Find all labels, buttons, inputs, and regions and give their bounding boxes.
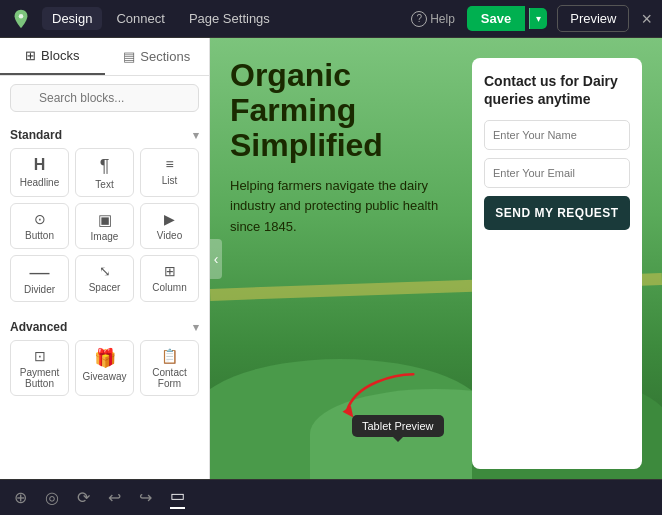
hero-title: Organic Farming Simplified — [230, 58, 452, 164]
advanced-section-header: Advanced ▾ — [10, 312, 199, 340]
save-button[interactable]: Save — [467, 6, 525, 31]
nav-tab-page-settings[interactable]: Page Settings — [179, 7, 280, 30]
form-email-input[interactable] — [484, 158, 630, 188]
svg-point-0 — [19, 13, 24, 18]
block-divider-label: Divider — [24, 284, 55, 295]
block-headline[interactable]: H Headline — [10, 148, 69, 197]
block-divider[interactable]: — Divider — [10, 255, 69, 302]
advanced-label: Advanced — [10, 320, 67, 334]
standard-chevron-icon[interactable]: ▾ — [193, 129, 199, 142]
block-list[interactable]: ≡ List — [140, 148, 199, 197]
headline-icon: H — [34, 157, 46, 173]
video-icon: ▶ — [164, 212, 175, 226]
top-nav: Design Connect Page Settings Help Save ▾… — [0, 0, 662, 38]
preview-button[interactable]: Preview — [557, 5, 629, 32]
tab-sections-label: Sections — [140, 49, 190, 64]
standard-label: Standard — [10, 128, 62, 142]
column-icon: ⊞ — [164, 264, 176, 278]
blocks-icon: ⊞ — [25, 48, 36, 63]
mobile-icon[interactable]: ◎ — [45, 488, 59, 507]
block-payment-label: Payment Button — [15, 367, 64, 389]
block-contact-form-label: Contact Form — [145, 367, 194, 389]
tab-sections[interactable]: ▤ Sections — [105, 38, 210, 75]
block-column[interactable]: ⊞ Column — [140, 255, 199, 302]
block-button-label: Button — [25, 230, 54, 241]
block-image-label: Image — [91, 231, 119, 242]
tab-blocks-label: Blocks — [41, 48, 79, 63]
save-dropdown-button[interactable]: ▾ — [529, 8, 547, 29]
giveaway-icon: 🎁 — [94, 349, 116, 367]
left-panel: ⊞ Blocks ▤ Sections 🔍 Standard ▾ H — [0, 38, 210, 479]
list-icon: ≡ — [165, 157, 173, 171]
canvas-collapse-handle[interactable] — [210, 239, 222, 279]
spacer-icon: ⤡ — [99, 264, 111, 278]
help-button[interactable]: Help — [411, 11, 455, 27]
block-button[interactable]: ⊙ Button — [10, 203, 69, 249]
block-video-label: Video — [157, 230, 182, 241]
layers-icon[interactable]: ⊕ — [14, 488, 27, 507]
standard-section-header: Standard ▾ — [10, 120, 199, 148]
block-spacer[interactable]: ⤡ Spacer — [75, 255, 134, 302]
block-column-label: Column — [152, 282, 186, 293]
nav-tab-connect[interactable]: Connect — [106, 7, 174, 30]
hero-subtitle: Helping farmers navigate the dairy indus… — [230, 176, 452, 238]
tablet-preview-tooltip: Tablet Preview — [352, 415, 444, 437]
bottom-bar: ⊕ ◎ ⟳ ↩ ↪ ▭ — [0, 479, 662, 515]
standard-blocks-grid: H Headline ¶ Text ≡ List ⊙ Button ▣ Im — [10, 148, 199, 302]
block-list-label: List — [162, 175, 178, 186]
block-payment[interactable]: ⊡ Payment Button — [10, 340, 69, 396]
block-text-label: Text — [95, 179, 113, 190]
canvas-area[interactable]: Organic Farming Simplified Helping farme… — [210, 38, 662, 479]
tab-blocks[interactable]: ⊞ Blocks — [0, 38, 105, 75]
search-input[interactable] — [10, 84, 199, 112]
divider-icon: — — [30, 264, 50, 280]
panel-tabs: ⊞ Blocks ▤ Sections — [0, 38, 209, 76]
block-image[interactable]: ▣ Image — [75, 203, 134, 249]
history-icon[interactable]: ⟳ — [77, 488, 90, 507]
form-submit-button[interactable]: SEND MY REQUEST — [484, 196, 630, 230]
button-icon: ⊙ — [34, 212, 46, 226]
sections-icon: ▤ — [123, 49, 135, 64]
contact-form-icon: 📋 — [161, 349, 178, 363]
canvas-content: Organic Farming Simplified Helping farme… — [210, 38, 662, 479]
block-giveaway-label: Giveaway — [83, 371, 127, 382]
nav-tab-design[interactable]: Design — [42, 7, 102, 30]
form-card-title: Contact us for Dairy queries anytime — [484, 72, 630, 108]
block-contact-form[interactable]: 📋 Contact Form — [140, 340, 199, 396]
advanced-blocks-grid: ⊡ Payment Button 🎁 Giveaway 📋 Contact Fo… — [10, 340, 199, 396]
payment-icon: ⊡ — [34, 349, 46, 363]
form-name-input[interactable] — [484, 120, 630, 150]
form-card: Contact us for Dairy queries anytime SEN… — [472, 58, 642, 469]
blocks-section: Standard ▾ H Headline ¶ Text ≡ List ⊙ — [0, 120, 209, 479]
block-text[interactable]: ¶ Text — [75, 148, 134, 197]
text-icon: ¶ — [100, 157, 110, 175]
image-icon: ▣ — [98, 212, 112, 227]
block-giveaway[interactable]: 🎁 Giveaway — [75, 340, 134, 396]
block-spacer-label: Spacer — [89, 282, 121, 293]
logo — [10, 8, 32, 30]
redo-icon[interactable]: ↪ — [139, 488, 152, 507]
advanced-chevron-icon[interactable]: ▾ — [193, 321, 199, 334]
search-box: 🔍 — [0, 76, 209, 120]
main-area: ⊞ Blocks ▤ Sections 🔍 Standard ▾ H — [0, 38, 662, 479]
undo-icon[interactable]: ↩ — [108, 488, 121, 507]
close-button[interactable]: × — [641, 10, 652, 28]
block-video[interactable]: ▶ Video — [140, 203, 199, 249]
block-headline-label: Headline — [20, 177, 59, 188]
tablet-preview-icon[interactable]: ▭ — [170, 486, 185, 509]
